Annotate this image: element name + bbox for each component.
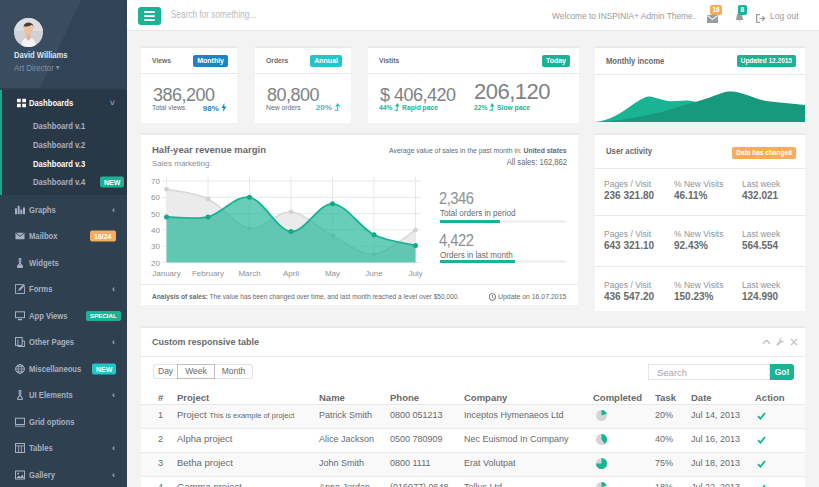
svg-text:May: May xyxy=(325,269,340,278)
svg-text:April: April xyxy=(283,269,299,278)
svg-text:July: July xyxy=(408,269,422,278)
svg-text:50: 50 xyxy=(151,210,160,219)
svg-text:60: 60 xyxy=(151,193,160,202)
svg-text:March: March xyxy=(238,269,260,278)
svg-text:January: January xyxy=(152,269,180,278)
svg-text:30: 30 xyxy=(151,242,160,251)
svg-text:February: February xyxy=(192,269,224,278)
svg-text:20: 20 xyxy=(151,259,160,268)
svg-text:40: 40 xyxy=(151,226,160,235)
svg-text:June: June xyxy=(365,269,383,278)
svg-text:70: 70 xyxy=(151,177,160,186)
